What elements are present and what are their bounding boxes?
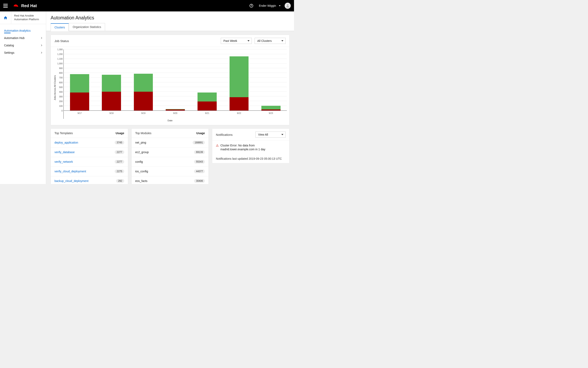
item-name[interactable]: verify_cloud_deployment — [54, 170, 86, 173]
tab-bar: ClustersOrganization Statistics — [51, 23, 290, 31]
bar-9/22[interactable] — [230, 56, 249, 110]
user-menu[interactable]: Ender Wiggin — [259, 4, 281, 7]
list-item: verify_network2277 — [51, 157, 128, 167]
usage-pill: 30406 — [194, 179, 205, 183]
chevron-right-icon — [40, 37, 42, 39]
chart-y-label: Jobs Across All Clusters — [53, 49, 56, 119]
date-range-select[interactable]: Past Week — [221, 38, 252, 44]
item-name: ec2_group — [135, 150, 149, 154]
usage-pill: 2277 — [115, 150, 124, 154]
item-name[interactable]: verify_network — [54, 160, 73, 163]
list-item: verify_cloud_deployment2275 — [51, 167, 128, 176]
redhat-hat-icon — [13, 3, 19, 8]
x-tick: 9/21 — [191, 111, 223, 119]
y-tick: 900 — [59, 67, 63, 69]
notification-text: Cluster Error: No data from madrid.tower… — [220, 144, 286, 151]
chevron-right-icon — [40, 45, 42, 46]
item-name[interactable]: deploy_application — [54, 141, 78, 144]
y-tick: 0 — [62, 110, 63, 112]
product-title: Red Hat Ansible Automation Platform — [11, 11, 46, 24]
sidebar-item-automation-analytics[interactable]: Automation Analytics — [0, 27, 46, 34]
page-header: Automation Analytics ClustersOrganizatio… — [46, 11, 294, 31]
y-tick: 400 — [59, 91, 63, 93]
bar-segment-failed — [134, 92, 153, 110]
item-name[interactable]: backup_cloud_deployment — [54, 179, 89, 183]
x-tick: 9/20 — [159, 111, 191, 119]
usage-header: Usage — [196, 131, 205, 135]
notifications-title: Notifications — [216, 133, 232, 136]
item-name: config — [135, 160, 143, 163]
y-tick: 800 — [59, 72, 63, 74]
tab-organization-statistics[interactable]: Organization Statistics — [69, 23, 105, 31]
list-item: verify_database2277 — [51, 147, 128, 157]
bar-segment-failed — [197, 101, 217, 110]
bar-segment-successful — [70, 74, 89, 92]
job-status-chart: Jobs Across All Clusters 010020030040050… — [53, 49, 287, 119]
list-item: ios_config44377 — [132, 167, 209, 176]
user-icon — [286, 4, 290, 8]
cluster-select[interactable]: All Clusters — [255, 38, 286, 44]
caret-down-icon — [279, 5, 281, 6]
bar-9/23[interactable] — [261, 106, 281, 110]
bar-9/17[interactable] — [70, 74, 89, 110]
list-item: ec2_group69139 — [132, 147, 209, 157]
x-tick: 9/19 — [127, 111, 159, 119]
item-name[interactable]: verify_database — [54, 150, 75, 154]
bar-segment-failed — [230, 97, 249, 110]
caret-down-icon — [281, 134, 283, 135]
home-icon[interactable] — [0, 11, 11, 24]
sidebar-nav: Automation AnalyticsAutomation HubCatalo… — [0, 24, 46, 59]
sidebar-item-automation-hub[interactable]: Automation Hub — [0, 34, 46, 42]
bar-segment-successful — [261, 106, 281, 110]
bar-9/19[interactable] — [134, 74, 153, 110]
bar-segment-failed — [166, 110, 185, 110]
y-tick: 600 — [59, 81, 63, 84]
usage-pill: 2275 — [115, 169, 124, 173]
y-tick: 700 — [59, 76, 63, 79]
bar-9/20[interactable] — [166, 109, 185, 110]
bar-9/18[interactable] — [102, 75, 121, 110]
notifications-filter-select[interactable]: View All — [255, 131, 286, 138]
sidebar-item-settings[interactable]: Settings — [0, 49, 46, 56]
tab-clusters[interactable]: Clusters — [51, 23, 69, 31]
caret-down-icon — [248, 40, 249, 41]
y-tick: 1,000 — [57, 62, 63, 65]
list-item: backup_cloud_deployment292 — [51, 176, 128, 184]
item-name: ios_config — [135, 170, 148, 173]
usage-pill: 55343 — [194, 160, 205, 164]
bar-segment-failed — [102, 92, 121, 110]
list-item: deploy_application3745 — [51, 138, 128, 147]
sidebar-item-catalog[interactable]: Catalog — [0, 42, 46, 49]
sidebar-item-label: Catalog — [4, 44, 14, 47]
list-item: eos_facts30406 — [132, 176, 209, 184]
bar-segment-successful — [102, 75, 121, 92]
y-tick: 200 — [59, 100, 63, 102]
usage-pill: 292 — [116, 179, 124, 183]
chart-x-label: Date — [53, 119, 287, 122]
user-name: Ender Wiggin — [259, 4, 276, 7]
usage-pill: 44377 — [194, 169, 205, 173]
y-tick: 1,300 — [57, 48, 63, 51]
brand-logo[interactable]: Red Hat — [13, 3, 37, 8]
page-title: Automation Analytics — [51, 15, 290, 21]
usage-header: Usage — [116, 131, 124, 135]
avatar[interactable] — [285, 3, 291, 9]
y-tick: 100 — [59, 105, 63, 107]
usage-pill: 168891 — [193, 141, 205, 144]
x-tick: 9/18 — [96, 111, 127, 119]
bar-segment-successful — [230, 56, 249, 97]
list-item: net_ping168891 — [132, 138, 209, 147]
list-item: config55343 — [132, 157, 209, 167]
top-bar: Red Hat ? Ender Wiggin — [0, 0, 294, 11]
notifications-card: Notifications View All Cluster Error: No… — [212, 129, 290, 163]
bar-segment-failed — [261, 110, 281, 110]
y-tick: 500 — [59, 86, 63, 88]
job-status-card: Job Status Past Week All Clusters Jobs A… — [51, 35, 290, 125]
hamburger-icon[interactable] — [3, 4, 8, 8]
svg-point-0 — [287, 4, 288, 6]
bar-9/21[interactable] — [197, 92, 217, 110]
chevron-right-icon — [40, 52, 42, 54]
top-modules-card: Top Modules Usage net_ping168891ec2_grou… — [131, 129, 209, 184]
y-tick: 1,200 — [57, 53, 63, 55]
help-icon[interactable]: ? — [249, 4, 253, 8]
